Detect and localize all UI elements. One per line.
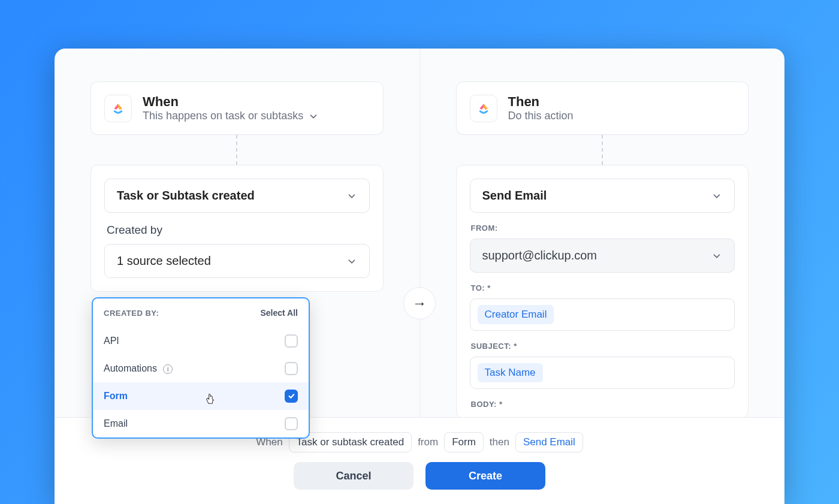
chevron-down-icon <box>308 111 319 122</box>
then-header-card: Then Do this action <box>456 82 749 135</box>
connector-line <box>236 135 237 165</box>
chevron-down-icon <box>711 251 722 261</box>
from-label: FROM: <box>471 224 734 233</box>
when-column: When This happens on task or subtasks Ta… <box>55 49 420 417</box>
chevron-down-icon <box>346 256 357 267</box>
checkbox-unchecked-icon[interactable] <box>285 417 298 430</box>
from-select[interactable]: support@clickup.com <box>470 239 735 273</box>
dropdown-item-label: API <box>104 336 119 346</box>
info-icon[interactable]: i <box>163 364 173 374</box>
create-button[interactable]: Create <box>425 462 545 490</box>
source-select-value: 1 source selected <box>117 254 211 268</box>
checkbox-unchecked-icon[interactable] <box>285 362 298 375</box>
trigger-select[interactable]: Task or Subtask created <box>104 179 370 213</box>
action-panel: Send Email FROM: support@clickup.com TO:… <box>456 165 749 418</box>
source-select[interactable]: 1 source selected <box>104 244 370 278</box>
clickup-logo-icon <box>104 95 132 122</box>
then-title: Then <box>508 94 574 110</box>
when-header-card: When This happens on task or subtasks <box>90 82 384 135</box>
created-by-label: Created by <box>107 224 370 237</box>
then-column: Then Do this action Send Email FROM: sup… <box>420 49 785 417</box>
dropdown-item-email[interactable]: Email <box>93 410 309 437</box>
action-select[interactable]: Send Email <box>470 179 735 213</box>
automation-modal: When This happens on task or subtasks Ta… <box>55 49 784 504</box>
dropdown-header: CREATED BY: <box>104 309 159 318</box>
subject-chip[interactable]: Task Name <box>478 363 543 382</box>
dropdown-item-label: Email <box>104 418 128 429</box>
to-field[interactable]: Creator Email <box>470 298 735 331</box>
action-select-value: Send Email <box>482 189 547 203</box>
trigger-select-value: Task or Subtask created <box>117 189 255 203</box>
body-label: BODY: * <box>471 400 734 409</box>
to-chip[interactable]: Creator Email <box>478 305 554 324</box>
created-by-dropdown: CREATED BY: Select All API Automations i… <box>92 297 310 439</box>
when-title: When <box>143 94 319 110</box>
subject-field[interactable]: Task Name <box>470 357 735 389</box>
chevron-down-icon <box>711 191 722 201</box>
arrow-right-icon: → <box>403 287 436 319</box>
when-subtitle: This happens on task or subtasks <box>143 110 303 122</box>
to-label: TO: * <box>471 283 734 292</box>
then-subtitle: Do this action <box>508 110 574 122</box>
dropdown-item-label: Form <box>104 391 128 402</box>
from-value: support@clickup.com <box>482 249 597 262</box>
select-all-link[interactable]: Select All <box>260 308 298 318</box>
checkbox-unchecked-icon[interactable] <box>285 334 298 348</box>
dropdown-item-form[interactable]: Form <box>93 382 309 410</box>
dropdown-item-automations[interactable]: Automations i <box>93 355 309 382</box>
clickup-logo-icon <box>470 95 497 122</box>
summary-action-pill[interactable]: Send Email <box>515 432 583 452</box>
dropdown-item-api[interactable]: API <box>93 327 309 355</box>
subject-label: SUBJECT: * <box>471 342 734 351</box>
chevron-down-icon <box>346 191 357 201</box>
summary-then: then <box>490 436 509 448</box>
checkbox-checked-icon[interactable] <box>285 390 298 403</box>
connector-line <box>602 135 603 165</box>
dropdown-item-label: Automations <box>104 363 157 373</box>
when-subtitle-row[interactable]: This happens on task or subtasks <box>143 110 319 122</box>
pointer-cursor-icon <box>204 393 216 409</box>
summary-source-pill[interactable]: Form <box>444 432 484 452</box>
summary-from: from <box>418 436 438 448</box>
cancel-button[interactable]: Cancel <box>294 462 414 490</box>
trigger-panel: Task or Subtask created Created by 1 sou… <box>90 165 384 292</box>
